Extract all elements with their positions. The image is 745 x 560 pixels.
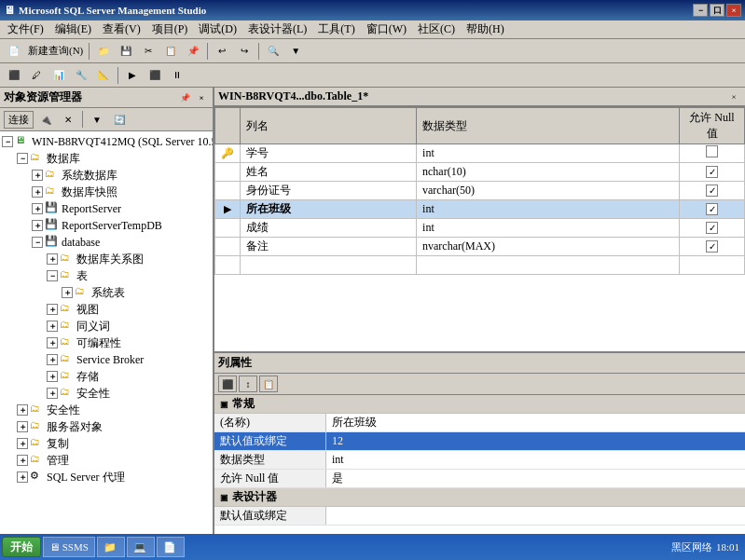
taskbar-item-4[interactable]: 📄 [157, 537, 185, 557]
menu-community[interactable]: 社区(C) [412, 20, 461, 38]
expand-databases[interactable]: － [17, 153, 28, 164]
expand-security[interactable]: ＋ [17, 404, 28, 416]
menu-debug[interactable]: 调试(D) [193, 20, 242, 38]
expand-systables[interactable]: ＋ [62, 287, 73, 298]
null-checkbox[interactable]: ✓ [706, 184, 718, 197]
prop-row[interactable]: 默认值或绑定12 [214, 432, 745, 451]
toolbar-btn-1[interactable]: 📁 [93, 42, 114, 61]
table-row[interactable]: 成绩int✓ [215, 219, 745, 238]
col-null-cell[interactable]: ✓ [680, 182, 745, 200]
maximize-button[interactable]: 口 [710, 4, 724, 17]
toolbar2-btn-5[interactable]: 📐 [93, 66, 114, 85]
null-checkbox[interactable]: ✓ [706, 222, 718, 234]
menu-project[interactable]: 项目(P) [146, 20, 194, 38]
prop-value-cell[interactable]: 是 [326, 470, 745, 487]
tree-item-sqlagent[interactable]: ＋ ⚙ SQL Server 代理 [2, 469, 211, 485]
taskbar-item-2[interactable]: 📁 [97, 537, 125, 557]
connect-button[interactable]: 连接 [4, 111, 34, 129]
toolbar2-btn-7[interactable]: ⬛ [145, 66, 165, 85]
col-name-cell[interactable]: 身份证号 [241, 182, 417, 200]
new-query-label[interactable]: 新建查询(N) [26, 44, 85, 58]
prop-btn-2[interactable]: ↕ [239, 376, 257, 392]
taskbar-item-1[interactable]: 🖥 SSMS [43, 537, 95, 557]
table-row[interactable]: 备注nvarchar(MAX)✓ [215, 238, 745, 256]
expand-security2[interactable]: ＋ [47, 388, 58, 399]
table-row[interactable]: 身份证号varchar(50)✓ [215, 182, 745, 200]
tree-view[interactable]: － 🖥 WIN-B8RVQT412MQ (SQL Server 10.50.16… [0, 131, 213, 540]
tree-item-storage[interactable]: ＋ 🗂 存储 [2, 368, 211, 385]
toolbar-btn-5[interactable]: 📌 [183, 42, 203, 61]
tree-item-servobj[interactable]: ＋ 🗂 服务器对象 [2, 418, 211, 435]
toolbar-btn-9[interactable]: ▼ [285, 42, 306, 61]
prop-value-cell[interactable]: 所在班级 [326, 414, 745, 431]
expand-views[interactable]: ＋ [47, 304, 58, 315]
prop-section-header[interactable]: ▣表设计器 [214, 488, 745, 507]
table-row[interactable]: 🔑学号int [215, 144, 745, 163]
toolbar2-btn-6[interactable]: ▶ [122, 66, 143, 85]
expand-sysdb[interactable]: ＋ [32, 170, 43, 181]
toolbar-btn-8[interactable]: 🔍 [263, 42, 283, 61]
expand-dbdiag[interactable]: ＋ [47, 253, 58, 265]
tree-item-synonyms[interactable]: ＋ 🗂 同义词 [2, 318, 211, 335]
panel-close[interactable]: × [194, 91, 209, 104]
toolbar2-btn-1[interactable]: ⬛ [4, 66, 24, 85]
tree-item-security[interactable]: ＋ 🗂 安全性 [2, 402, 211, 418]
table-close-button[interactable]: × [726, 90, 741, 103]
table-row[interactable]: 姓名nchar(10)✓ [215, 163, 745, 182]
tree-item-report[interactable]: ＋ 💾 ReportServer [2, 200, 211, 217]
menu-window[interactable]: 窗口(W) [361, 20, 412, 38]
prop-value-cell[interactable]: int [326, 451, 745, 469]
null-checkbox[interactable]: ✓ [706, 203, 718, 215]
col-null-cell[interactable]: ✓ [680, 219, 745, 238]
oe-btn-1[interactable]: 🔌 [35, 110, 56, 129]
close-button[interactable]: × [726, 4, 741, 17]
expand-prog[interactable]: ＋ [47, 337, 58, 348]
oe-btn-filter[interactable]: ▼ [87, 110, 107, 129]
prop-row[interactable]: (名称)所在班级 [214, 414, 745, 432]
toolbar-btn-3[interactable]: ✂ [138, 42, 159, 61]
expand-reporttemp[interactable]: ＋ [32, 220, 43, 231]
tree-item-reporttemp[interactable]: ＋ 💾 ReportServerTempDB [2, 217, 211, 234]
col-null-cell[interactable]: ✓ [680, 238, 745, 256]
expand-servobj[interactable]: ＋ [17, 421, 28, 432]
menu-tabledesigner[interactable]: 表设计器(L) [242, 20, 312, 38]
start-button[interactable]: 开始 [2, 537, 41, 557]
prop-value-cell[interactable]: 12 [326, 432, 745, 450]
prop-section-header[interactable]: ▣常规 [214, 395, 745, 414]
expand-report[interactable]: ＋ [32, 203, 43, 214]
prop-row[interactable]: 允许 Null 值是 [214, 470, 745, 488]
tree-item-views[interactable]: ＋ 🗂 视图 [2, 301, 211, 318]
null-checkbox[interactable]: ✓ [706, 166, 718, 178]
col-null-cell[interactable] [680, 144, 745, 163]
tree-item-systables[interactable]: ＋ 🗂 系统表 [2, 284, 211, 301]
col-name-cell[interactable]: 学号 [241, 144, 417, 163]
prop-row[interactable]: 数据类型int [214, 451, 745, 470]
tree-item-sysdb[interactable]: ＋ 🗂 系统数据库 [2, 167, 211, 184]
tree-item-server[interactable]: － 🖥 WIN-B8RVQT412MQ (SQL Server 10.50.16… [2, 133, 211, 150]
tree-item-tables[interactable]: － 🗂 表 [2, 267, 211, 284]
oe-btn-2[interactable]: ✕ [58, 110, 78, 129]
expand-servicebroker[interactable]: ＋ [47, 354, 58, 365]
col-null-cell[interactable]: ✓ [680, 163, 745, 182]
expand-dbsnap[interactable]: ＋ [32, 186, 43, 198]
tree-item-dbsnap[interactable]: ＋ 🗂 数据库快照 [2, 184, 211, 200]
minimize-button[interactable]: － [693, 4, 708, 17]
menu-view[interactable]: 查看(V) [97, 20, 146, 38]
toolbar2-btn-8[interactable]: ⏸ [167, 66, 187, 85]
menu-edit[interactable]: 编辑(E) [49, 20, 97, 38]
tree-item-servicebroker[interactable]: ＋ 🗂 Service Broker [2, 351, 211, 368]
col-null-cell[interactable] [680, 256, 745, 275]
expand-sqlagent[interactable]: ＋ [17, 471, 28, 483]
toolbar-btn-4[interactable]: 📋 [160, 42, 181, 61]
col-name-cell[interactable] [241, 256, 417, 275]
null-checkbox[interactable] [706, 145, 718, 157]
col-name-cell[interactable]: 所在班级 [241, 200, 417, 219]
expand-synonyms[interactable]: ＋ [47, 321, 58, 332]
toolbar2-btn-2[interactable]: 🖊 [26, 66, 47, 85]
new-query-button[interactable]: 📄 [4, 42, 24, 61]
toolbar2-btn-4[interactable]: 🔧 [71, 66, 91, 85]
table-row[interactable]: ▶所在班级int✓ [215, 200, 745, 219]
col-name-cell[interactable]: 姓名 [241, 163, 417, 182]
toolbar2-btn-3[interactable]: 📊 [48, 66, 69, 85]
panel-pin[interactable]: 📌 [177, 91, 192, 104]
